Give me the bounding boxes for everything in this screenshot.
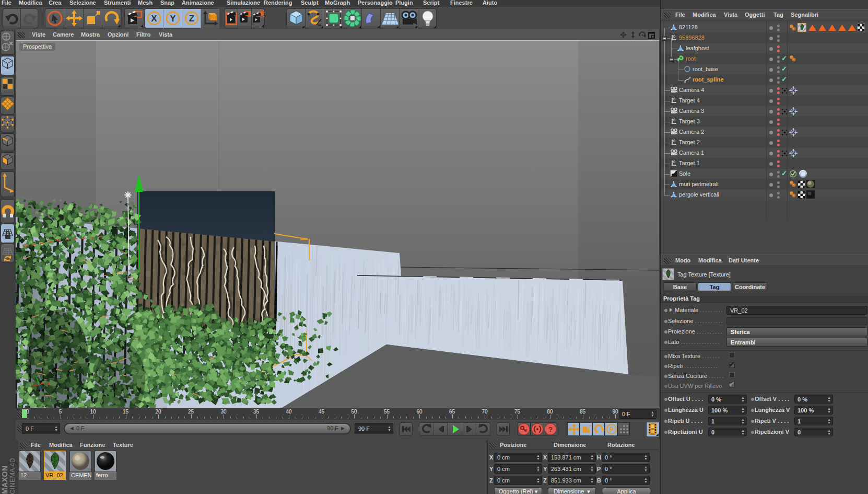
svg-text:Z: Z [189, 14, 194, 24]
svg-text:0: 0 [673, 97, 675, 101]
svg-text:0: 0 [673, 35, 675, 38]
svg-text:0: 0 [673, 118, 675, 122]
svg-text:0: 0 [673, 160, 675, 164]
svg-text:?: ? [548, 426, 553, 433]
svg-text:0: 0 [673, 139, 675, 143]
svg-text:X: X [47, 381, 50, 386]
svg-text:X: X [151, 14, 157, 24]
svg-text:P: P [609, 426, 614, 433]
svg-text:Y: Y [170, 14, 176, 24]
